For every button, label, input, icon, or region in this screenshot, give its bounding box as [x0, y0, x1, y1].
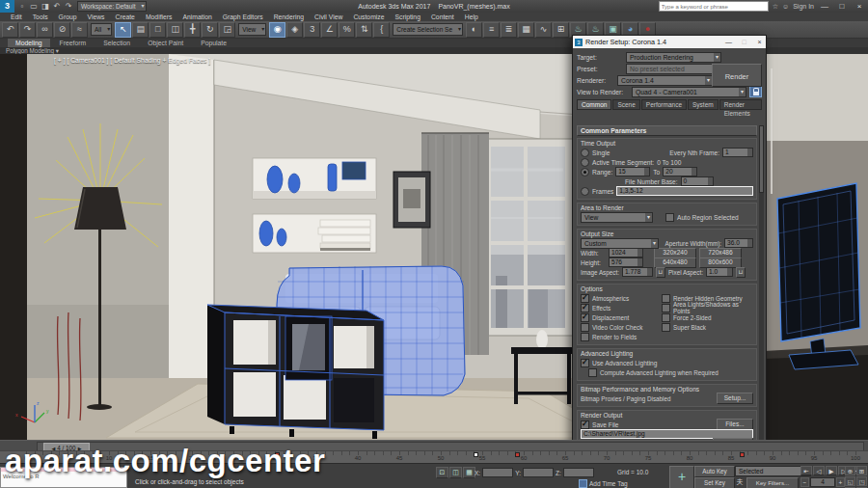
- track-key[interactable]: [740, 452, 745, 457]
- dialog-tab-common[interactable]: Common: [577, 99, 611, 110]
- zoom-icon[interactable]: ⊕: [845, 466, 855, 475]
- dialog-tab-system[interactable]: System: [688, 99, 719, 110]
- compute-advanced-lighting-checkbox[interactable]: Compute Advanced Lighting when Required: [588, 368, 719, 377]
- video-color-check-checkbox[interactable]: Video Color Check: [581, 323, 642, 332]
- dialog-tab-performance[interactable]: Performance: [641, 99, 687, 110]
- menu-item[interactable]: Group: [54, 13, 82, 21]
- undo-quick-icon[interactable]: ↶: [52, 2, 62, 11]
- selection-lock-icon[interactable]: ◫: [449, 467, 462, 478]
- blue-bottle[interactable]: [328, 164, 337, 191]
- scene-picture-frame[interactable]: [393, 172, 430, 228]
- sign-in-link[interactable]: Sign In: [793, 3, 814, 10]
- minimize-button[interactable]: —: [818, 1, 831, 12]
- redo-quick-icon[interactable]: ↷: [64, 2, 73, 11]
- redo-icon[interactable]: ↷: [19, 22, 36, 38]
- atmospherics-checkbox[interactable]: Atmospherics: [581, 294, 629, 303]
- add-time-tag[interactable]: Add Time Tag: [579, 479, 628, 488]
- layer-manager-icon[interactable]: ≣: [501, 22, 517, 38]
- 3ds-max-logo-icon[interactable]: 3: [0, 0, 14, 13]
- tab-object-paint[interactable]: Object Paint: [140, 39, 191, 47]
- go-to-start-button[interactable]: ⇤: [800, 466, 812, 475]
- save-file-icon[interactable]: ◨: [41, 2, 50, 11]
- curve-editor-icon[interactable]: ∿: [535, 22, 552, 38]
- key-filter-figure-icon[interactable]: 夫: [735, 477, 745, 487]
- blue-box[interactable]: [342, 162, 366, 179]
- effects-checkbox[interactable]: Effects: [581, 304, 610, 312]
- single-radio[interactable]: Single: [581, 149, 610, 157]
- renderer-dropdown[interactable]: Corona 1.4: [617, 75, 713, 86]
- tab-populate[interactable]: Populate: [193, 39, 234, 47]
- workspace-dropdown[interactable]: Workspace: Default: [77, 1, 147, 12]
- percent-snap-icon[interactable]: %: [339, 22, 355, 38]
- new-scene-icon[interactable]: ▫: [17, 2, 27, 11]
- previous-frame-button[interactable]: ◁: [813, 466, 825, 475]
- menu-item[interactable]: Graph Editors: [218, 13, 268, 21]
- aperture-field[interactable]: 36.0: [724, 238, 753, 248]
- spinner-snap-icon[interactable]: ⇅: [356, 22, 372, 38]
- viewport-label[interactable]: [ + ] [ Camera001 ] [ Default Shading + …: [54, 57, 210, 64]
- open-file-icon[interactable]: ▭: [29, 2, 39, 11]
- menu-item[interactable]: Customize: [348, 13, 389, 21]
- favorites-star-icon[interactable]: ☆: [773, 3, 778, 11]
- ribbon-toggle-icon[interactable]: ▦: [518, 22, 534, 38]
- tab-modeling[interactable]: Modeling: [8, 39, 50, 47]
- select-and-rotate-icon[interactable]: ↻: [202, 22, 218, 38]
- menu-item[interactable]: Scripting: [390, 13, 424, 21]
- tab-freeform[interactable]: Freeform: [52, 39, 95, 47]
- area-to-render-dropdown[interactable]: View: [581, 212, 653, 223]
- maximize-button[interactable]: □: [835, 1, 849, 12]
- selection-filter-dropdown[interactable]: All: [91, 23, 112, 36]
- dialog-minimize-button[interactable]: —: [722, 39, 735, 45]
- render-button[interactable]: Render: [712, 64, 762, 87]
- dialog-tab-render-elements[interactable]: Render Elements: [719, 99, 762, 110]
- set-key-button[interactable]: Set Key: [694, 477, 735, 488]
- use-pivot-center-icon[interactable]: ◉: [269, 22, 285, 38]
- dialog-titlebar[interactable]: 3 Render Setup: Corona 1.4 — □ ×: [573, 36, 766, 48]
- every-nth-field[interactable]: 1: [722, 148, 753, 157]
- blue-vase-1[interactable]: [267, 166, 283, 193]
- render-output-save-checkbox[interactable]: Save File: [581, 420, 619, 429]
- select-object-icon[interactable]: ↖: [115, 22, 131, 38]
- frames-radio[interactable]: Frames: [581, 187, 613, 196]
- menu-item[interactable]: Rendering: [269, 13, 309, 21]
- frame-number-field[interactable]: 4: [810, 477, 835, 487]
- select-and-move-icon[interactable]: ╋: [184, 22, 201, 38]
- undo-icon[interactable]: ↶: [2, 22, 18, 38]
- dialog-tab-scene[interactable]: Scene: [612, 99, 639, 110]
- track-key[interactable]: [474, 452, 478, 457]
- auto-region-checkbox[interactable]: Auto Region Selected: [665, 213, 739, 222]
- set-key-large-button[interactable]: +: [669, 466, 694, 488]
- preset-dropdown[interactable]: No preset selected: [626, 64, 721, 74]
- output-size-dropdown[interactable]: Custom: [581, 238, 659, 249]
- play-button[interactable]: ▶: [826, 466, 837, 475]
- menu-item[interactable]: Civil View: [310, 13, 347, 21]
- z-coordinate-field[interactable]: [563, 468, 594, 477]
- range-to-field[interactable]: 20: [663, 167, 697, 176]
- schematic-view-icon[interactable]: ⊞: [553, 22, 569, 38]
- select-and-scale-icon[interactable]: ◲: [219, 22, 235, 38]
- track-key[interactable]: [515, 452, 520, 457]
- select-and-link-icon[interactable]: ∞: [37, 22, 53, 38]
- angle-snap-icon[interactable]: ∠: [321, 22, 338, 38]
- scene-wall-shelf-upper[interactable]: [253, 158, 376, 199]
- select-by-name-icon[interactable]: ▤: [132, 22, 149, 38]
- force-2-sided-checkbox[interactable]: Force 2-Sided: [662, 313, 712, 322]
- bind-to-spacewarp-icon[interactable]: ≈: [71, 22, 88, 38]
- keyword-search-input[interactable]: [659, 1, 769, 12]
- window-crossing-icon[interactable]: ◫: [167, 22, 183, 38]
- blue-vase-2[interactable]: [288, 174, 300, 193]
- use-advanced-lighting-checkbox[interactable]: Use Advanced Lighting: [581, 359, 657, 367]
- isolate-selection-icon[interactable]: ⊡: [436, 467, 448, 478]
- menu-item[interactable]: Content: [426, 13, 459, 21]
- height-field[interactable]: 576: [609, 258, 643, 267]
- image-aspect-lock-icon[interactable]: ⊔: [656, 267, 665, 278]
- pixel-aspect-field[interactable]: 1.0: [706, 267, 733, 277]
- bitmap-setup-button[interactable]: Setup...: [717, 393, 753, 404]
- menu-item[interactable]: Help: [460, 13, 483, 21]
- pixel-aspect-lock-icon[interactable]: ⊔: [736, 267, 746, 278]
- scene-wall-shelf-lower[interactable]: [253, 214, 376, 253]
- close-button[interactable]: ×: [853, 1, 866, 12]
- snaps-toggle-icon[interactable]: 3: [304, 22, 320, 38]
- width-field[interactable]: 1024: [609, 248, 643, 258]
- menu-item[interactable]: Animation: [177, 13, 216, 21]
